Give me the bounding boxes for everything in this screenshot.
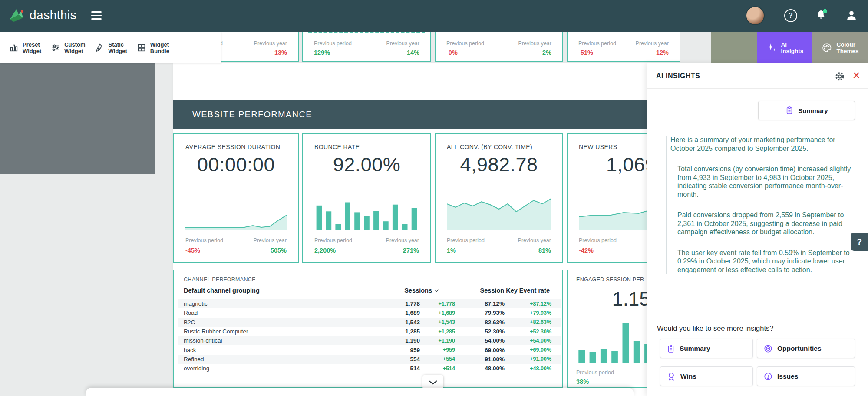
preset-widget-button[interactable]: PresetWidget xyxy=(5,37,45,58)
channel-name: hack xyxy=(178,347,360,353)
bar-chart-icon xyxy=(9,43,19,53)
insight-paragraph: Total conversions (by conversion time) i… xyxy=(677,165,852,199)
sparkline-chart xyxy=(185,185,287,230)
prev-year-label: Previous year xyxy=(254,237,287,243)
summary-insight-button[interactable]: Summary xyxy=(660,339,753,358)
button-label: Wins xyxy=(680,373,696,380)
target-icon xyxy=(763,344,773,353)
static-widget-button[interactable]: StaticWidget xyxy=(91,37,131,58)
prev-year-value: 505% xyxy=(271,247,287,254)
close-icon[interactable]: × xyxy=(852,68,860,82)
prev-period-value: 38% xyxy=(576,378,589,385)
sessions-delta: +1,190 xyxy=(420,338,455,344)
avatar[interactable] xyxy=(746,6,765,25)
prev-period-label: Previous period xyxy=(576,369,614,376)
button-label: Insights xyxy=(781,48,804,54)
prev-year-value: 81% xyxy=(538,247,551,254)
channel-name: B2C xyxy=(178,319,360,326)
insight-text-block: Here is a summary of your marketing perf… xyxy=(666,136,852,274)
button-label: Themes xyxy=(836,48,858,54)
rate-delta: +87.12% xyxy=(505,301,551,307)
sessions-value: 1,190 xyxy=(360,337,420,344)
left-overlay-panel xyxy=(0,63,155,174)
insight-paragraph: The user key event rate fell from 0.59% … xyxy=(677,249,852,274)
medal-icon xyxy=(667,372,676,381)
widget-toolbar: PresetWidget CustomWidget StaticWidget W… xyxy=(0,32,221,63)
issues-insight-button[interactable]: Issues xyxy=(757,366,855,386)
bar-sparkline-chart xyxy=(314,185,419,230)
rate-delta: +48.00% xyxy=(505,366,551,372)
button-label: Widget xyxy=(23,48,41,54)
widget-bundle-button[interactable]: WidgetBundle xyxy=(133,37,173,58)
prev-period-label: Previous period xyxy=(185,237,223,243)
column-header-dimension: Default channel grouping xyxy=(184,287,260,294)
more-insights-question: Would you like to see more insights? xyxy=(657,324,773,333)
chip-label: Summary xyxy=(798,107,828,114)
prev-year-label: Previous year xyxy=(518,237,551,243)
panel-title: AI INSIGHTS xyxy=(656,72,700,80)
widget-title: AVERAGE SESSION DURATION xyxy=(185,143,290,150)
wins-insight-button[interactable]: Wins xyxy=(660,366,753,386)
rate-value: 82.63% xyxy=(455,319,505,326)
prev-year-value: -12% xyxy=(654,49,669,56)
table-row: overriding 514 +514 48.00% +48.00% xyxy=(178,364,561,373)
table-row: Refined 554 +554 91.00% +91.00% xyxy=(178,355,561,364)
kpi-widget-all-conversions[interactable]: ALL CONV. (BY CONV. TIME) 4,982.78 Previ… xyxy=(435,133,563,263)
section-header[interactable]: WEBSITE PERFORMANCE xyxy=(173,100,696,129)
widget-value: 92.00% xyxy=(303,153,430,176)
summary-chip-button[interactable]: Summary xyxy=(758,101,855,120)
sessions-delta: +959 xyxy=(420,347,455,353)
table-row: Rustic Rubber Computer 1,285 +1,285 52.3… xyxy=(178,327,561,336)
sessions-delta: +514 xyxy=(420,366,455,372)
rate-value: 52.30% xyxy=(455,328,505,335)
section-title: WEBSITE PERFORMANCE xyxy=(192,110,312,120)
opportunities-insight-button[interactable]: Opportunities xyxy=(757,339,855,358)
channel-performance-widget[interactable]: CHANNEL PERFORMANCE Default channel grou… xyxy=(173,270,563,388)
button-label: Issues xyxy=(777,373,798,380)
prev-year-label: Previous year xyxy=(518,40,551,47)
menu-icon[interactable] xyxy=(91,11,102,22)
prev-year-label: Previous year xyxy=(254,40,287,47)
sessions-delta: +1,778 xyxy=(420,301,455,307)
prev-period-value: -51% xyxy=(578,49,593,56)
dashthis-logo[interactable]: dashthis xyxy=(8,7,76,24)
rate-delta: +54.00% xyxy=(505,338,551,344)
table-row: mission-critical 1,190 +1,190 54.00% +54… xyxy=(178,336,561,345)
button-label: Summary xyxy=(680,345,710,353)
rate-value: 69.00% xyxy=(455,347,505,353)
custom-widget-button[interactable]: CustomWidget xyxy=(47,37,89,58)
rate-delta: +52.30% xyxy=(505,329,551,335)
widget-value: 00:00:00 xyxy=(174,153,298,176)
settings-gear-icon[interactable] xyxy=(834,71,845,84)
column-header-sessions[interactable]: Sessions xyxy=(404,287,439,294)
prev-period-value: 2,200% xyxy=(314,247,336,254)
prev-period-value: 129% xyxy=(314,49,330,56)
insight-paragraph: Here is a summary of your marketing perf… xyxy=(670,136,852,153)
table-row: Road 1,689 +1,689 79.93% +79.93% xyxy=(178,308,561,317)
bottom-partial-panel xyxy=(86,388,634,396)
rate-value: 79.93% xyxy=(455,309,505,316)
divider xyxy=(185,180,287,180)
sessions-value: 1,689 xyxy=(360,309,420,316)
help-icon[interactable]: ? xyxy=(784,9,797,22)
prev-year-value: 14% xyxy=(407,49,419,56)
channel-name: overriding xyxy=(178,365,360,372)
button-label: Colour xyxy=(836,41,855,48)
ai-insights-button[interactable]: AIInsights xyxy=(757,32,812,63)
colour-themes-button[interactable]: ColourThemes xyxy=(812,32,868,63)
rate-value: 91.00% xyxy=(455,356,505,363)
notifications-bell-icon[interactable] xyxy=(815,8,828,24)
button-label: Opportunities xyxy=(777,345,822,353)
rate-value: 54.00% xyxy=(455,337,505,344)
kpi-widget-bounce-rate[interactable]: BOUNCE RATE 92.00% Previous period Previ… xyxy=(302,133,431,263)
prev-period-value: -42% xyxy=(579,247,594,254)
table-row: B2C 1,543 +1,543 82.63% +82.63% xyxy=(178,318,561,327)
help-tab-button[interactable]: ? xyxy=(851,233,868,251)
kpi-widget-avg-session-duration[interactable]: AVERAGE SESSION DURATION 00:00:00 Previo… xyxy=(173,133,299,263)
rate-delta: +91.00% xyxy=(505,356,551,362)
sessions-value: 1,543 xyxy=(360,319,420,326)
sessions-value: 1,285 xyxy=(360,328,420,335)
account-icon[interactable] xyxy=(845,9,858,23)
expand-table-button[interactable] xyxy=(422,375,443,389)
divider xyxy=(447,180,551,180)
